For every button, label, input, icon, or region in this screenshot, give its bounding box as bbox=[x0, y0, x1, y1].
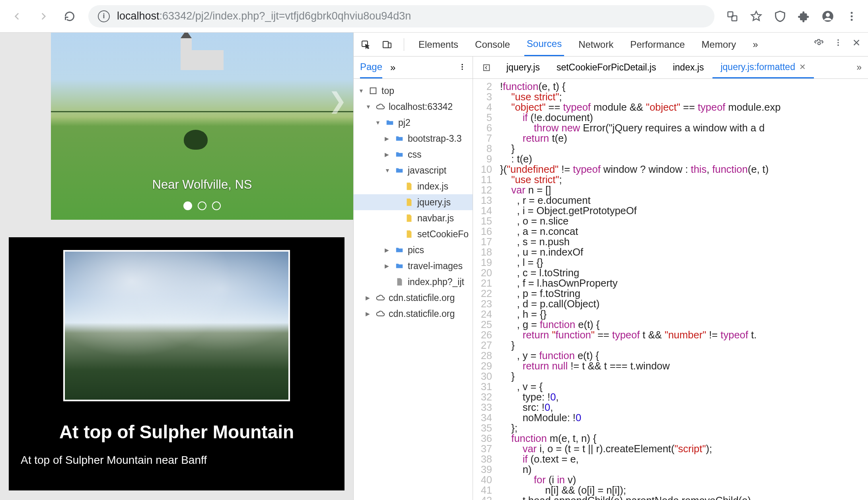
settings-icon[interactable] bbox=[814, 38, 824, 51]
extensions-icon[interactable] bbox=[797, 10, 811, 23]
file-icon bbox=[395, 277, 404, 286]
tree-node[interactable]: css bbox=[408, 149, 422, 160]
profile-icon[interactable] bbox=[821, 10, 835, 23]
url-text: localhost:63342/pj2/index.php?_ijt=vtfjd… bbox=[117, 10, 411, 22]
tabs-overflow-icon[interactable]: » bbox=[750, 33, 760, 56]
frame-icon bbox=[369, 86, 378, 95]
svg-point-16 bbox=[461, 68, 463, 70]
browser-toolbar: i localhost:63342/pj2/index.php?_ijt=vtf… bbox=[0, 0, 868, 33]
navigator-menu-icon[interactable] bbox=[458, 62, 466, 73]
site-info-icon[interactable]: i bbox=[98, 10, 110, 22]
tab-elements[interactable]: Elements bbox=[416, 33, 461, 56]
carousel-indicators bbox=[51, 201, 353, 210]
address-bar[interactable]: i localhost:63342/pj2/index.php?_ijt=vtf… bbox=[88, 5, 714, 27]
content-card: At top of Sulpher Mountain At top of Sul… bbox=[9, 237, 344, 490]
folder-icon bbox=[385, 118, 394, 127]
tree-node[interactable]: localhost:63342 bbox=[389, 102, 453, 112]
code-editor[interactable]: 2345678910111213141516171819202122232425… bbox=[473, 79, 868, 500]
svg-point-11 bbox=[837, 39, 839, 41]
svg-rect-8 bbox=[383, 41, 388, 48]
tree-node[interactable]: javascript bbox=[408, 165, 446, 176]
chrome-menu-icon[interactable] bbox=[845, 10, 858, 23]
church-graphic bbox=[181, 38, 224, 70]
line-gutter: 2345678910111213141516171819202122232425… bbox=[473, 79, 496, 500]
card-image bbox=[63, 250, 290, 401]
tree-node[interactable]: index.js bbox=[417, 181, 448, 192]
carousel-dot[interactable] bbox=[212, 201, 221, 210]
svg-point-10 bbox=[818, 42, 821, 45]
carousel-next-icon[interactable]: ❯ bbox=[328, 88, 347, 113]
bush-graphic bbox=[184, 130, 208, 150]
close-devtools-icon[interactable] bbox=[852, 38, 861, 51]
tree-node[interactable]: navbar.js bbox=[417, 213, 454, 224]
js-file-icon bbox=[405, 230, 413, 238]
tree-node[interactable]: pj2 bbox=[398, 117, 411, 128]
js-file-icon bbox=[405, 214, 413, 223]
translate-icon[interactable] bbox=[726, 10, 739, 23]
svg-rect-9 bbox=[388, 43, 391, 48]
devtools: Elements Console Sources Network Perform… bbox=[353, 33, 868, 500]
goto-file-icon[interactable] bbox=[479, 63, 494, 72]
navigator-page-tab[interactable]: Page bbox=[360, 57, 382, 78]
tab-memory[interactable]: Memory bbox=[699, 33, 739, 56]
carousel-dot[interactable] bbox=[183, 201, 192, 210]
file-tab[interactable]: jquery.js:formatted✕ bbox=[712, 57, 814, 78]
js-file-icon bbox=[405, 182, 413, 191]
close-tab-icon[interactable]: ✕ bbox=[799, 62, 806, 72]
cloud-icon bbox=[376, 102, 385, 111]
tree-node[interactable]: top bbox=[381, 86, 394, 96]
tab-sources[interactable]: Sources bbox=[524, 33, 564, 56]
svg-point-13 bbox=[837, 44, 839, 46]
folder-icon bbox=[395, 262, 404, 270]
svg-point-5 bbox=[851, 15, 853, 17]
reload-button[interactable] bbox=[62, 9, 77, 24]
tab-network[interactable]: Network bbox=[576, 33, 616, 56]
forward-button[interactable] bbox=[36, 9, 51, 24]
tree-node[interactable]: jquery.js bbox=[417, 197, 451, 208]
card-text: At top of Sulpher Mountain near Banff bbox=[21, 454, 333, 467]
card-title: At top of Sulpher Mountain bbox=[21, 421, 333, 443]
carousel-caption: Near Wolfville, NS bbox=[51, 178, 353, 192]
folder-icon bbox=[395, 166, 404, 175]
cloud-icon bbox=[376, 309, 385, 318]
code-content[interactable]: !function(e, t) { "use strict"; "object"… bbox=[496, 79, 868, 500]
file-tab[interactable]: jquery.js bbox=[498, 57, 548, 78]
devtools-tabbar: Elements Console Sources Network Perform… bbox=[354, 33, 868, 57]
file-tabs-overflow-icon[interactable]: » bbox=[856, 62, 862, 73]
svg-point-14 bbox=[461, 64, 463, 65]
svg-point-3 bbox=[826, 13, 830, 17]
sources-subbar: Page » jquery.js setCookieForPicDetail.j… bbox=[354, 57, 868, 79]
navigator-overflow-icon[interactable]: » bbox=[390, 62, 395, 73]
bookmark-icon[interactable] bbox=[749, 10, 763, 23]
folder-icon bbox=[395, 150, 404, 159]
back-button[interactable] bbox=[10, 9, 25, 24]
cloud-icon bbox=[376, 293, 385, 302]
tree-node[interactable]: pics bbox=[408, 245, 424, 256]
tree-node[interactable]: index.php?_ijt bbox=[408, 277, 464, 287]
svg-point-15 bbox=[461, 66, 463, 67]
folder-icon bbox=[395, 246, 404, 254]
file-navigator[interactable]: ▼top ▼localhost:63342 ▼pj2 ▶bootstrap-3.… bbox=[354, 79, 473, 500]
file-tab[interactable]: setCookieForPicDetail.js bbox=[549, 57, 664, 78]
device-toggle-icon[interactable] bbox=[382, 40, 392, 49]
tree-node[interactable]: cdn.staticfile.org bbox=[389, 309, 455, 319]
tab-console[interactable]: Console bbox=[473, 33, 512, 56]
js-file-icon bbox=[405, 198, 413, 207]
svg-rect-17 bbox=[484, 64, 490, 70]
svg-point-6 bbox=[851, 19, 853, 21]
inspect-element-icon[interactable] bbox=[361, 40, 370, 49]
carousel-dot[interactable] bbox=[198, 201, 206, 210]
shield-icon[interactable] bbox=[773, 10, 787, 23]
folder-icon bbox=[395, 134, 404, 143]
tree-node[interactable]: travel-images bbox=[408, 261, 463, 271]
carousel: ❯ Near Wolfville, NS bbox=[51, 33, 353, 220]
devtools-menu-icon[interactable] bbox=[834, 38, 843, 51]
svg-point-4 bbox=[851, 12, 853, 14]
file-tab[interactable]: index.js bbox=[665, 57, 712, 78]
tree-node[interactable]: bootstrap-3.3 bbox=[408, 133, 462, 144]
toolbar-icons bbox=[726, 10, 858, 23]
tree-node[interactable]: setCookieFo bbox=[417, 229, 469, 240]
tree-node[interactable]: cdn.staticfile.org bbox=[389, 293, 455, 303]
svg-rect-18 bbox=[370, 88, 376, 94]
tab-performance[interactable]: Performance bbox=[628, 33, 687, 56]
